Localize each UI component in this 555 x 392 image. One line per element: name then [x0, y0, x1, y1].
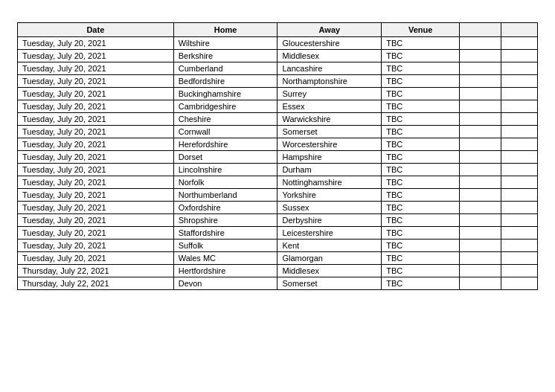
table-row: Tuesday, July 20, 2021SuffolkKentTBC	[18, 240, 538, 252]
table-cell	[501, 164, 538, 176]
table-cell: Northamptonshire	[278, 75, 382, 88]
table-cell	[501, 227, 538, 240]
table-cell: Durham	[278, 164, 382, 176]
table-row: Tuesday, July 20, 2021CambridgeshireEsse…	[18, 100, 538, 113]
table-cell	[501, 100, 538, 113]
table-cell: TBC	[382, 100, 460, 113]
table-cell	[460, 37, 501, 50]
table-row: Tuesday, July 20, 2021DorsetHampshireTBC	[18, 151, 538, 164]
table-cell: Tuesday, July 20, 2021	[18, 126, 174, 138]
table-cell	[501, 202, 538, 214]
table-cell: Somerset	[278, 277, 382, 290]
table-cell: Hampshire	[278, 151, 382, 164]
table-cell	[460, 176, 501, 189]
table-cell: Leicestershire	[278, 227, 382, 240]
table-cell	[501, 62, 538, 75]
table-cell: TBC	[382, 126, 460, 138]
table-cell: Gloucestershire	[278, 37, 382, 50]
table-cell: Tuesday, July 20, 2021	[18, 240, 174, 252]
table-cell	[460, 62, 501, 75]
table-cell: Tuesday, July 20, 2021	[18, 202, 174, 214]
table-cell: Bedfordshire	[173, 75, 278, 88]
table-row: Tuesday, July 20, 2021OxfordshireSussexT…	[18, 202, 538, 214]
table-cell	[501, 138, 538, 151]
table-cell: Thursday, July 22, 2021	[18, 277, 174, 290]
table-cell: Yorkshire	[278, 189, 382, 202]
table-cell: TBC	[382, 265, 460, 277]
table-cell: Middlesex	[278, 50, 382, 62]
table-cell: Derbyshire	[278, 214, 382, 227]
table-cell	[460, 138, 501, 151]
table-cell: Tuesday, July 20, 2021	[18, 113, 174, 126]
table-cell: Lancashire	[278, 62, 382, 75]
table-cell: Cheshire	[173, 113, 278, 126]
table-cell: Nottinghamshire	[278, 176, 382, 189]
table-row: Thursday, July 22, 2021HertfordshireMidd…	[18, 265, 538, 277]
table-cell: Oxfordshire	[173, 202, 278, 214]
table-cell: Tuesday, July 20, 2021	[18, 62, 174, 75]
table-cell: TBC	[382, 37, 460, 50]
table-cell	[501, 265, 538, 277]
table-row: Tuesday, July 20, 2021BerkshireMiddlesex…	[18, 50, 538, 62]
header-venue: Venue	[382, 23, 460, 37]
table-cell: Wiltshire	[173, 37, 278, 50]
table-header-row: Date Home Away Venue	[18, 23, 538, 37]
table-cell	[460, 189, 501, 202]
table-cell: Warwickshire	[278, 113, 382, 126]
table-row: Thursday, July 22, 2021DevonSomersetTBC	[18, 277, 538, 290]
table-cell	[501, 151, 538, 164]
table-cell: Glamorgan	[278, 252, 382, 265]
table-row: Tuesday, July 20, 2021Wales MCGlamorganT…	[18, 252, 538, 265]
table-cell: Berkshire	[173, 50, 278, 62]
table-cell	[501, 214, 538, 227]
table-cell	[501, 113, 538, 126]
table-cell: TBC	[382, 240, 460, 252]
table-cell: Hertfordshire	[173, 265, 278, 277]
table-cell	[501, 126, 538, 138]
table-cell: Staffordshire	[173, 227, 278, 240]
table-cell: TBC	[382, 189, 460, 202]
table-cell: TBC	[382, 164, 460, 176]
table-cell	[501, 88, 538, 100]
table-row: Tuesday, July 20, 2021CornwallSomersetTB…	[18, 126, 538, 138]
table-cell: Buckinghamshire	[173, 88, 278, 100]
table-cell: Wales MC	[173, 252, 278, 265]
table-cell	[460, 202, 501, 214]
table-cell: Thursday, July 22, 2021	[18, 265, 174, 277]
table-cell	[460, 265, 501, 277]
table-cell: Tuesday, July 20, 2021	[18, 164, 174, 176]
table-cell: Norfolk	[173, 176, 278, 189]
table-cell	[460, 214, 501, 227]
table-cell	[501, 176, 538, 189]
table-row: Tuesday, July 20, 2021CumberlandLancashi…	[18, 62, 538, 75]
table-cell: Tuesday, July 20, 2021	[18, 214, 174, 227]
table-cell: TBC	[382, 138, 460, 151]
table-cell: TBC	[382, 227, 460, 240]
table-cell: Essex	[278, 100, 382, 113]
table-cell: Tuesday, July 20, 2021	[18, 100, 174, 113]
table-cell: Lincolnshire	[173, 164, 278, 176]
table-cell: TBC	[382, 113, 460, 126]
table-cell: Surrey	[278, 88, 382, 100]
table-row: Tuesday, July 20, 2021ShropshireDerbyshi…	[18, 214, 538, 227]
table-cell: Cumberland	[173, 62, 278, 75]
table-cell: Tuesday, July 20, 2021	[18, 151, 174, 164]
header-extra1	[460, 23, 501, 37]
table-cell: TBC	[382, 50, 460, 62]
table-cell	[460, 113, 501, 126]
table-cell: Tuesday, July 20, 2021	[18, 227, 174, 240]
header-date: Date	[18, 23, 174, 37]
table-cell: TBC	[382, 176, 460, 189]
table-cell	[460, 100, 501, 113]
table-cell	[501, 252, 538, 265]
table-row: Tuesday, July 20, 2021BedfordshireNortha…	[18, 75, 538, 88]
table-cell: Tuesday, July 20, 2021	[18, 189, 174, 202]
table-cell	[501, 277, 538, 290]
table-cell: TBC	[382, 202, 460, 214]
table-cell: TBC	[382, 214, 460, 227]
table-cell: Dorset	[173, 151, 278, 164]
table-cell: TBC	[382, 62, 460, 75]
table-cell	[460, 240, 501, 252]
table-row: Tuesday, July 20, 2021CheshireWarwickshi…	[18, 113, 538, 126]
table-cell	[460, 50, 501, 62]
